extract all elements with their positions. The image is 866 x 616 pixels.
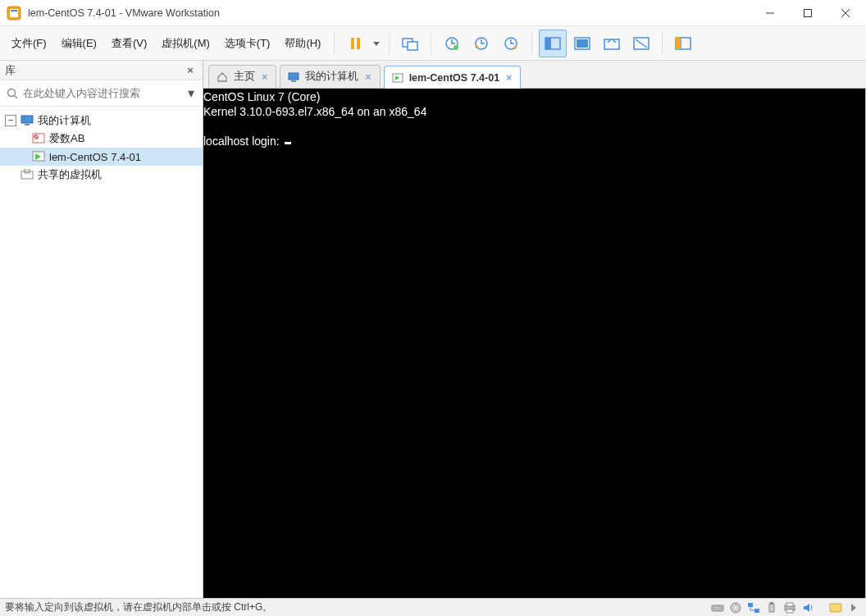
svg-line-22 — [636, 39, 647, 48]
svg-rect-47 — [769, 604, 774, 612]
power-dropdown[interactable] — [371, 40, 382, 47]
svg-rect-8 — [357, 38, 360, 49]
svg-rect-52 — [830, 604, 841, 612]
svg-point-13 — [454, 45, 458, 50]
menu-help[interactable]: 帮助(H) — [278, 33, 327, 54]
status-text: 要将输入定向到该虚拟机，请在虚拟机内部单击或按 Ctrl+G。 — [5, 600, 272, 614]
tab-close-icon[interactable]: × — [363, 71, 372, 83]
titlebar: lem-CentOS 7.4-01 - VMware Workstation — [0, 0, 866, 26]
library-tree: − 我的计算机 爱数AB lem-CentOS 7.4-01 共享的虚拟机 — [0, 107, 203, 189]
tab-home[interactable]: 主页 × — [208, 65, 276, 88]
library-sidebar: 库 × ▾ − 我的计算机 爱数AB lem-CentOS 7.4-01 — [0, 61, 203, 598]
separator — [431, 33, 431, 54]
sidebar-header: 库 × — [0, 61, 203, 80]
minimize-button[interactable] — [751, 1, 789, 25]
maximize-button[interactable] — [789, 1, 827, 25]
tree-label: 爱数AB — [49, 131, 84, 146]
vm-running-icon — [31, 149, 46, 164]
tab-vm-centos[interactable]: lem-CentOS 7.4-01 × — [384, 66, 522, 89]
separator — [531, 33, 532, 54]
vmware-icon — [7, 6, 21, 21]
vm-console[interactable]: CentOS Linux 7 (Core) Kernel 3.10.0-693.… — [203, 89, 866, 598]
menu-vm[interactable]: 虚拟机(M) — [155, 33, 216, 54]
pause-button[interactable] — [341, 30, 369, 57]
menu-edit[interactable]: 编辑(E) — [55, 33, 103, 54]
svg-rect-7 — [351, 38, 354, 49]
snapshot-manager-icon[interactable] — [497, 30, 525, 57]
tab-close-icon[interactable]: × — [260, 71, 269, 83]
separator — [389, 33, 390, 54]
tab-label: lem-CentOS 7.4-01 — [409, 72, 499, 84]
menu-tabs[interactable]: 选项卡(T) — [218, 33, 277, 54]
svg-rect-4 — [804, 9, 812, 16]
monitor-icon — [287, 71, 300, 84]
stretch-icon[interactable] — [627, 30, 655, 57]
svg-rect-2 — [11, 10, 17, 11]
svg-rect-37 — [289, 73, 299, 80]
menu-view[interactable]: 查看(V) — [105, 33, 153, 54]
tree-label: 我的计算机 — [38, 113, 91, 128]
main-area: 主页 × 我的计算机 × lem-CentOS 7.4-01 × CentOS … — [203, 61, 866, 598]
separator — [334, 33, 335, 54]
tree-item-centos[interactable]: lem-CentOS 7.4-01 — [0, 148, 203, 166]
terminal-line: CentOS Linux 7 (Core) — [203, 90, 320, 103]
svg-rect-11 — [408, 42, 417, 50]
svg-point-42 — [720, 607, 722, 609]
svg-rect-38 — [291, 80, 296, 82]
home-icon — [216, 71, 229, 84]
sidebar-title: 库 — [5, 63, 16, 78]
tab-label: 主页 — [234, 70, 255, 84]
monitor-icon — [20, 113, 34, 128]
separator — [662, 33, 663, 54]
search-icon — [5, 86, 20, 101]
sidebar-search: ▾ — [0, 80, 203, 107]
tree-label: lem-CentOS 7.4-01 — [49, 151, 141, 163]
shared-icon — [20, 167, 34, 182]
tree-shared-vms[interactable]: 共享的虚拟机 — [0, 166, 203, 184]
chevron-right-icon[interactable] — [846, 601, 861, 614]
svg-rect-45 — [748, 603, 753, 607]
svg-rect-50 — [786, 603, 793, 606]
statusbar: 要将输入定向到该虚拟机，请在虚拟机内部单击或按 Ctrl+G。 — [0, 598, 866, 616]
cd-icon[interactable] — [728, 601, 743, 614]
terminal-cursor — [285, 142, 291, 144]
usb-icon[interactable] — [764, 601, 779, 614]
snapshot-revert-icon[interactable] — [467, 30, 495, 57]
network-icon[interactable] — [746, 601, 761, 614]
search-input[interactable] — [23, 87, 181, 99]
svg-marker-9 — [373, 42, 380, 46]
svg-rect-19 — [577, 39, 588, 48]
unity-icon[interactable] — [598, 30, 626, 57]
svg-rect-29 — [25, 124, 30, 125]
tree-label: 共享的虚拟机 — [38, 167, 102, 182]
vm-off-icon — [31, 131, 46, 146]
tab-close-icon[interactable]: × — [504, 72, 513, 84]
search-dropdown[interactable]: ▾ — [185, 85, 198, 101]
terminal-line: Kernel 3.10.0-693.el7.x86_64 on an x86_6… — [203, 105, 426, 118]
svg-rect-35 — [21, 171, 33, 179]
fullscreen-icon[interactable] — [568, 30, 596, 57]
library-toggle-icon[interactable] — [669, 30, 697, 57]
svg-rect-17 — [545, 38, 551, 49]
svg-point-26 — [8, 89, 16, 96]
console-view-icon[interactable] — [539, 30, 567, 57]
sidebar-close-icon[interactable]: × — [183, 64, 198, 76]
menu-file[interactable]: 文件(F) — [5, 33, 53, 54]
printer-icon[interactable] — [782, 601, 797, 614]
tab-label: 我的计算机 — [305, 70, 358, 84]
tab-my-computer[interactable]: 我的计算机 × — [280, 65, 380, 88]
snapshot-take-icon[interactable] — [438, 30, 466, 57]
svg-rect-46 — [754, 609, 759, 613]
tree-item-aishu[interactable]: 爱数AB — [0, 130, 203, 148]
message-icon[interactable] — [828, 601, 843, 614]
send-ctrlaltdel-icon[interactable] — [396, 30, 424, 57]
tree-my-computer[interactable]: − 我的计算机 — [0, 112, 203, 130]
close-button[interactable] — [827, 1, 864, 25]
hdd-icon[interactable] — [710, 601, 725, 614]
collapse-icon[interactable]: − — [5, 115, 16, 126]
svg-rect-48 — [770, 602, 773, 605]
tabbar: 主页 × 我的计算机 × lem-CentOS 7.4-01 × — [203, 61, 866, 89]
svg-rect-28 — [21, 116, 33, 123]
sound-icon[interactable] — [800, 601, 815, 614]
vm-running-icon — [391, 71, 404, 84]
